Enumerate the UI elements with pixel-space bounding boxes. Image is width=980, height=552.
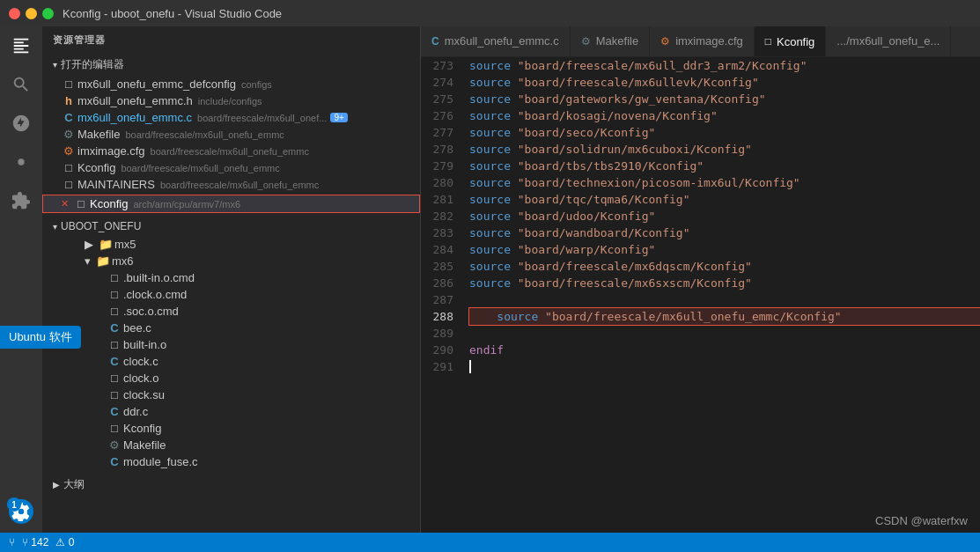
open-file-kconfig-arch[interactable]: ✕ □ Kconfig arch/arm/cpu/armv7/mx6 xyxy=(42,195,420,213)
open-editors-list: □ mx6ull_onefu_emmc_defconfig configs h … xyxy=(42,76,420,533)
file-makefile-mx6[interactable]: ⚙ Makefile xyxy=(42,437,420,453)
outline-arrow: ▶ xyxy=(53,480,60,489)
errors-count: ⚠ 0 xyxy=(55,536,74,548)
file-icon: □ xyxy=(60,77,77,91)
open-file-makefile[interactable]: ⚙ Makefile board/freescale/mx6ull_onefu_… xyxy=(42,126,420,143)
file-icon: □ xyxy=(60,178,77,191)
c-tab-icon: C xyxy=(431,35,439,48)
file-clock-o[interactable]: □ clock.o xyxy=(42,370,420,386)
file-built-in-o[interactable]: □ built-in.o xyxy=(42,336,420,353)
activity-debug[interactable] xyxy=(9,150,33,174)
tab-label: imximage.cfg xyxy=(675,34,743,48)
close-button[interactable] xyxy=(9,8,20,19)
csdn-watermark: CSDN @waterfxw xyxy=(875,514,968,527)
file-icon: □ xyxy=(106,338,123,351)
uboot-section[interactable]: ▾ UBOOT_ONEFU xyxy=(42,217,420,236)
line-numbers: 273274275276 277278279280 281282283284 2… xyxy=(421,57,461,533)
folder-icon: 📁 xyxy=(94,254,112,268)
cfg-tab-icon: ⚙ xyxy=(660,35,670,48)
tab-label: .../mx6ull_onefu_e... xyxy=(836,34,939,48)
open-file-maintainers[interactable]: □ MAINTAINERS board/freescale/mx6ull_one… xyxy=(42,176,420,193)
kconfig-tab-icon: □ xyxy=(765,35,771,48)
c-icon: C xyxy=(106,405,123,418)
svg-point-0 xyxy=(18,158,24,165)
folder-mx6[interactable]: ▾ 📁 mx6 xyxy=(42,253,420,269)
tab-emmc-c[interactable]: C mx6ull_onefu_emmc.c xyxy=(421,26,571,56)
tab-path[interactable]: .../mx6ull_onefu_e... xyxy=(826,26,951,56)
window-title: Kconfig - uboot_onefu - Visual Studio Co… xyxy=(63,7,282,20)
cfg-icon: ⚙ xyxy=(60,144,77,158)
code-line-290: endif xyxy=(469,342,980,358)
code-line-274: source "board/freescale/mx6ullevk/Kconfi… xyxy=(469,74,980,91)
git-branch: ⑂ xyxy=(9,536,15,548)
folder-mx5[interactable]: ▶ 📁 mx5 xyxy=(42,236,420,253)
code-content[interactable]: source "board/freescale/mx6ull_ddr3_arm2… xyxy=(461,57,980,533)
code-line-291 xyxy=(469,358,980,375)
tab-label: Makefile xyxy=(596,34,638,48)
open-file-defconfig[interactable]: □ mx6ull_onefu_emmc_defconfig configs xyxy=(42,76,420,92)
activity-bottom: 1 xyxy=(9,499,33,524)
open-file-c[interactable]: C mx6ull_onefu_emmc.c board/freescale/mx… xyxy=(42,109,420,126)
file-built-in-cmd[interactable]: □ .built-in.o.cmd xyxy=(42,269,420,286)
code-line-279: source "board/tbs/tbs2910/Kconfig" xyxy=(469,158,980,174)
activity-search[interactable] xyxy=(9,72,33,97)
gear-tab-icon: ⚙ xyxy=(581,35,591,48)
file-clock-c[interactable]: C clock.c xyxy=(42,353,420,370)
outline-section[interactable]: ▶ 大纲 xyxy=(42,474,420,496)
file-soc-cmd[interactable]: □ .soc.o.cmd xyxy=(42,303,420,320)
activity-explorer[interactable] xyxy=(9,33,33,58)
folder-icon: 📁 xyxy=(97,238,114,251)
file-module-fuse[interactable]: C module_fuse.c xyxy=(42,453,420,470)
c-icon: C xyxy=(60,111,77,124)
gear-icon: ⚙ xyxy=(106,438,123,452)
code-line-280: source "board/technexion/picosom-imx6ul/… xyxy=(469,174,980,191)
c-icon: C xyxy=(106,455,123,468)
h-icon: h xyxy=(60,94,77,107)
activity-bar: 1 xyxy=(0,26,42,533)
window-controls[interactable] xyxy=(9,8,54,19)
maximize-button[interactable] xyxy=(42,8,54,19)
editor-content[interactable]: 273274275276 277278279280 281282283284 2… xyxy=(421,57,980,533)
titlebar: Kconfig - uboot_onefu - Visual Studio Co… xyxy=(0,0,980,26)
tab-kconfig[interactable]: □ Kconfig xyxy=(755,26,827,56)
code-line-281: source "board/tqc/tqma6/Kconfig" xyxy=(469,191,980,208)
badge: 9+ xyxy=(330,113,347,122)
uboot-label: UBOOT_ONEFU xyxy=(61,220,141,232)
minimize-button[interactable] xyxy=(26,8,37,19)
activity-extensions[interactable] xyxy=(9,188,33,213)
git-branch-label: ⑂ 142 xyxy=(22,536,48,548)
gear-icon: ⚙ xyxy=(60,128,77,141)
tab-makefile[interactable]: ⚙ Makefile xyxy=(571,26,650,56)
tab-imximage[interactable]: ⚙ imximage.cfg xyxy=(650,26,755,56)
code-line-276: source "board/kosagi/novena/Kconfig" xyxy=(469,107,980,124)
tab-label: mx6ull_onefu_emmc.c xyxy=(445,34,559,48)
outline-label: 大纲 xyxy=(63,477,85,492)
open-file-header[interactable]: h mx6ull_onefu_emmc.h include/configs xyxy=(42,92,420,109)
file-clock-su[interactable]: □ clock.su xyxy=(42,386,420,403)
code-line-289 xyxy=(469,325,980,342)
open-file-imximage[interactable]: ⚙ imximage.cfg board/freescale/mx6ull_on… xyxy=(42,143,420,159)
activity-settings[interactable]: 1 xyxy=(9,499,33,524)
code-line-277: source "board/seco/Kconfig" xyxy=(469,124,980,141)
main-layout: 1 资源管理器 ▾ 打开的编辑器 □ mx6ull_onefu_emmc_def… xyxy=(0,26,980,533)
folder-arrow: ▶ xyxy=(85,238,93,251)
folder-arrow: ▾ xyxy=(85,254,91,268)
file-ddr-c[interactable]: C ddr.c xyxy=(42,403,420,420)
file-icon: □ xyxy=(60,161,77,174)
open-editors-section[interactable]: ▾ 打开的编辑器 xyxy=(42,54,420,76)
file-icon: □ xyxy=(106,422,123,435)
activity-git[interactable] xyxy=(9,111,33,136)
sidebar: 资源管理器 ▾ 打开的编辑器 □ mx6ull_onefu_emmc_defco… xyxy=(42,26,421,533)
c-icon: C xyxy=(106,321,123,335)
status-left: ⑂ ⑂ 142 ⚠ 0 xyxy=(9,536,74,548)
code-line-283: source "board/wandboard/Kconfig" xyxy=(469,224,980,241)
sidebar-header: 资源管理器 xyxy=(42,26,420,54)
close-tab-icon[interactable]: ✕ xyxy=(61,198,69,210)
open-file-kconfig-board[interactable]: □ Kconfig board/freescale/mx6ull_onefu_e… xyxy=(42,159,420,176)
file-kconfig-mx6[interactable]: □ Kconfig xyxy=(42,420,420,437)
code-line-275: source "board/gateworks/gw_ventana/Kconf… xyxy=(469,91,980,107)
code-line-286: source "board/freescale/mx6sxscm/Kconfig… xyxy=(469,275,980,291)
file-clock-cmd[interactable]: □ .clock.o.cmd xyxy=(42,286,420,303)
file-bee-c[interactable]: C bee.c xyxy=(42,320,420,336)
open-editors-arrow: ▾ xyxy=(53,60,57,70)
